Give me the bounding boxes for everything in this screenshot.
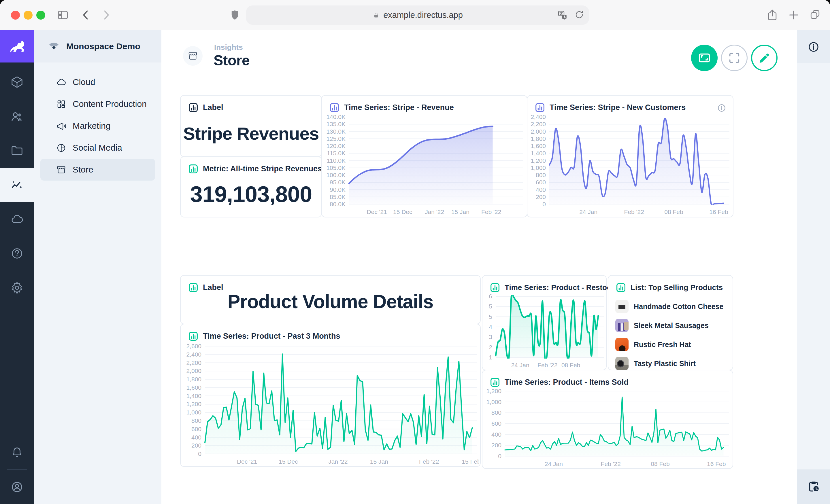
- svg-text:1,200: 1,200: [486, 388, 502, 394]
- svg-text:120.0K: 120.0K: [326, 142, 346, 149]
- sidebar-item-cloud[interactable]: Cloud: [40, 71, 155, 93]
- svg-text:24 Jan: 24 Jan: [545, 461, 563, 467]
- notifications-button[interactable]: [0, 435, 34, 469]
- nav-sidebar: Monospace Demo Cloud Content Production …: [34, 30, 161, 504]
- svg-text:1,200: 1,200: [186, 401, 201, 407]
- minimize-window-button[interactable]: [24, 11, 33, 20]
- page-icon: [183, 46, 202, 66]
- svg-text:24 Jan: 24 Jan: [511, 362, 530, 368]
- svg-text:6: 6: [489, 294, 492, 300]
- past-3-months-chart: 2,6002,4002,2002,0001,8001,6001,4001,200…: [183, 343, 479, 465]
- svg-text:1,800: 1,800: [531, 135, 546, 142]
- module-settings[interactable]: [0, 271, 34, 305]
- svg-text:08 Feb: 08 Feb: [664, 208, 683, 215]
- svg-text:16 Feb: 16 Feb: [707, 461, 726, 467]
- svg-text:15 Jan: 15 Jan: [451, 208, 470, 215]
- new-customers-chart: 2,4002,2002,0001,8001,6001,4001,2001,000…: [529, 114, 731, 216]
- panel-top-selling: List: Top Selling Products Handmade Cott…: [608, 275, 733, 370]
- svg-text:5: 5: [489, 303, 492, 310]
- browser-toolbar: example.directus.app: [0, 0, 830, 30]
- fullscreen-button[interactable]: [721, 45, 747, 71]
- new-tab-icon[interactable]: [787, 9, 800, 21]
- back-icon[interactable]: [79, 9, 92, 21]
- svg-text:1,600: 1,600: [531, 142, 546, 149]
- address-bar[interactable]: example.directus.app: [246, 5, 589, 25]
- svg-text:2,400: 2,400: [186, 351, 201, 358]
- store-icon: [188, 51, 198, 61]
- translate-icon[interactable]: [557, 9, 568, 21]
- rabbit-logo-icon: [7, 37, 27, 56]
- list-item[interactable]: Rustic Fresh Hat: [608, 335, 733, 354]
- sidebar-item-content-production[interactable]: Content Production: [40, 93, 155, 115]
- svg-text:Dec '21: Dec '21: [366, 208, 387, 215]
- svg-text:600: 600: [536, 179, 546, 186]
- info-sidebar-button[interactable]: [797, 30, 830, 63]
- chart-panel-icon: [329, 103, 340, 112]
- module-help[interactable]: [0, 236, 34, 270]
- svg-text:08 Feb: 08 Feb: [562, 362, 580, 368]
- sidebar-item-social-media[interactable]: Social Media: [40, 137, 155, 159]
- module-insights[interactable]: [0, 168, 34, 202]
- module-content[interactable]: [0, 65, 34, 99]
- sidebar-toggle-icon[interactable]: [57, 9, 69, 21]
- zoom-window-button[interactable]: [36, 11, 45, 20]
- svg-text:115.0K: 115.0K: [327, 150, 346, 156]
- svg-text:85.0K: 85.0K: [330, 194, 346, 200]
- chart-panel-icon: [188, 103, 198, 112]
- pencil-icon: [758, 51, 771, 65]
- directus-logo-button[interactable]: [0, 30, 34, 63]
- chart-panel-icon: [535, 103, 545, 112]
- svg-text:2: 2: [489, 344, 492, 350]
- forward-icon[interactable]: [100, 9, 113, 21]
- list-item[interactable]: Handmade Cotton Cheese: [608, 297, 733, 316]
- megaphone-icon: [56, 121, 66, 131]
- svg-text:800: 800: [536, 172, 546, 178]
- breadcrumb[interactable]: Insights: [214, 43, 243, 52]
- fullscreen-icon: [728, 51, 741, 65]
- present-button[interactable]: [691, 45, 717, 71]
- svg-text:1,000: 1,000: [186, 409, 201, 415]
- svg-text:600: 600: [191, 426, 201, 432]
- reload-icon[interactable]: [574, 9, 584, 20]
- svg-text:5: 5: [489, 313, 492, 320]
- project-name: Monospace Demo: [66, 41, 140, 51]
- svg-text:2,600: 2,600: [186, 343, 201, 349]
- svg-text:100.0K: 100.0K: [326, 172, 346, 178]
- module-files[interactable]: [0, 134, 34, 168]
- sidebar-item-marketing[interactable]: Marketing: [40, 115, 155, 137]
- svg-text:2,400: 2,400: [531, 114, 546, 120]
- browser-window: example.directus.app: [0, 0, 830, 504]
- tabs-icon[interactable]: [809, 9, 821, 21]
- sidebar-item-store[interactable]: Store: [40, 159, 155, 180]
- activity-sidebar-button[interactable]: [797, 469, 830, 504]
- box-icon: [10, 75, 24, 89]
- svg-text:105.0K: 105.0K: [326, 164, 346, 171]
- product-image: [615, 357, 629, 370]
- share-icon[interactable]: [766, 9, 779, 21]
- svg-text:Feb '22: Feb '22: [601, 461, 621, 467]
- svg-text:15 Feb: 15 Feb: [462, 458, 479, 465]
- svg-text:1,400: 1,400: [531, 150, 546, 156]
- metric-value: 319,103,800: [181, 181, 321, 207]
- svg-text:Feb '22: Feb '22: [481, 208, 501, 215]
- svg-text:400: 400: [191, 434, 201, 441]
- edit-button[interactable]: [751, 45, 777, 71]
- product-image: [615, 300, 629, 313]
- list-item[interactable]: Sleek Metal Sausages: [608, 316, 733, 335]
- svg-text:1,400: 1,400: [186, 393, 201, 399]
- svg-text:1,000: 1,000: [531, 164, 546, 171]
- panel-past-3-months: Time Series: Product - Past 3 Months 2,6…: [180, 324, 481, 467]
- store-icon: [56, 165, 66, 175]
- svg-text:Feb '22: Feb '22: [624, 208, 644, 215]
- project-header[interactable]: Monospace Demo: [34, 30, 161, 63]
- shield-icon[interactable]: [229, 9, 241, 21]
- close-window-button[interactable]: [11, 11, 20, 20]
- info-icon[interactable]: [717, 103, 727, 113]
- svg-text:1,800: 1,800: [186, 376, 201, 382]
- lock-icon: [372, 11, 380, 20]
- svg-text:800: 800: [491, 409, 502, 416]
- module-cloud[interactable]: [0, 202, 34, 236]
- module-users[interactable]: [0, 99, 34, 133]
- label-text: Product Volume Details: [181, 291, 480, 312]
- user-avatar[interactable]: [0, 470, 34, 504]
